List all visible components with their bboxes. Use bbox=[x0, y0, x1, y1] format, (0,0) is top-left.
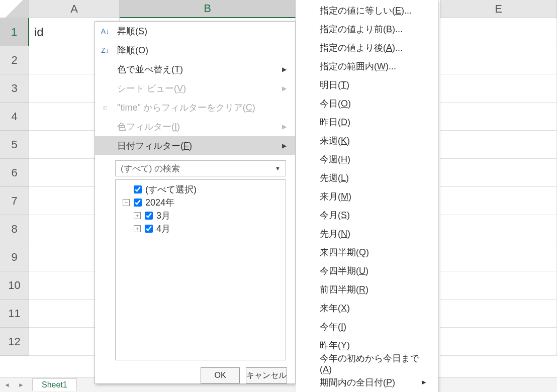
submenu-item-label: 来週(K) bbox=[320, 135, 350, 147]
submenu-item-label: 今週(H) bbox=[320, 153, 350, 165]
date-filter-submenu: 指定の値に等しい(E)...指定の値より前(B)...指定の値より後(A)...… bbox=[296, 0, 438, 392]
filter-tree[interactable]: (すべて選択) − 2024年 + 3月 + 4月 bbox=[115, 179, 286, 360]
submenu-item-label: 来年(X) bbox=[320, 302, 350, 314]
row-header-12[interactable]: 12 bbox=[0, 328, 29, 356]
date-submenu-item[interactable]: 来四半期(Q) bbox=[296, 243, 438, 261]
tree-select-all[interactable]: (すべて選択) bbox=[120, 183, 282, 196]
date-submenu-item[interactable]: 指定の値より後(A)... bbox=[296, 38, 438, 57]
sort-descending[interactable]: Z↓ 降順(O) bbox=[95, 41, 295, 60]
submenu-arrow-icon: ▶ bbox=[282, 66, 287, 73]
row-header-7[interactable]: 7 bbox=[0, 187, 29, 215]
cell-E8[interactable] bbox=[440, 215, 557, 243]
select-all-checkbox[interactable] bbox=[134, 185, 142, 193]
filter-search-input[interactable]: (すべて) の検索 ▼ bbox=[115, 160, 286, 176]
submenu-item-label: 来月(M) bbox=[320, 190, 351, 203]
cell-E6[interactable] bbox=[440, 159, 557, 187]
tree-month-4[interactable]: + 4月 bbox=[120, 222, 282, 235]
date-submenu-item[interactable]: 先週(L) bbox=[296, 168, 438, 187]
date-filter[interactable]: 日付フィルター(F) ▶ bbox=[95, 136, 295, 155]
tab-nav-next-icon[interactable]: ► bbox=[15, 379, 27, 391]
expand-icon[interactable]: + bbox=[134, 225, 141, 232]
ok-button[interactable]: OK bbox=[201, 367, 240, 383]
dropdown-icon[interactable]: ▼ bbox=[275, 165, 281, 171]
cell-E10[interactable] bbox=[440, 271, 557, 300]
submenu-arrow-icon: ▶ bbox=[422, 379, 426, 385]
submenu-item-label: 前四半期(R) bbox=[320, 283, 368, 296]
sort-by-color[interactable]: 色で並べ替え(T) ▶ bbox=[95, 60, 295, 79]
cell-E1[interactable] bbox=[440, 18, 557, 46]
expand-icon[interactable]: + bbox=[134, 212, 141, 219]
sort-asc-icon: A↓ bbox=[100, 27, 110, 35]
row-header-6[interactable]: 6 bbox=[0, 159, 29, 187]
submenu-item-label: 指定の値より前(B)... bbox=[320, 23, 403, 35]
cell-E11[interactable] bbox=[440, 300, 557, 328]
cell-E3[interactable] bbox=[440, 74, 557, 103]
date-submenu-item[interactable]: 来週(K) bbox=[296, 131, 438, 150]
submenu-arrow-icon: ▶ bbox=[282, 142, 287, 149]
row-header-10[interactable]: 10 bbox=[0, 271, 29, 300]
date-submenu-item[interactable]: 指定の範囲内(W)... bbox=[296, 57, 438, 75]
row-header-1[interactable]: 1 bbox=[0, 18, 29, 46]
date-submenu-item[interactable]: 先月(N) bbox=[296, 224, 438, 243]
row-header-9[interactable]: 9 bbox=[0, 243, 29, 271]
date-submenu-item[interactable]: 明日(T) bbox=[296, 75, 438, 94]
month-checkbox[interactable] bbox=[145, 225, 153, 233]
cell-E2[interactable] bbox=[440, 46, 557, 74]
sort-ascending[interactable]: A↓ 昇順(S) bbox=[95, 22, 295, 41]
date-submenu-item[interactable]: 今週(H) bbox=[296, 150, 438, 168]
clear-filter: ⎌ "time" からフィルターをクリア(C) bbox=[95, 98, 295, 117]
date-submenu-item[interactable]: 今年(I) bbox=[296, 317, 438, 336]
date-submenu-item[interactable]: 来月(M) bbox=[296, 187, 438, 206]
submenu-item-label: 来四半期(Q) bbox=[320, 246, 369, 258]
select-all-corner[interactable] bbox=[0, 0, 29, 18]
submenu-arrow-icon: ▶ bbox=[282, 123, 287, 130]
cell-E4[interactable] bbox=[440, 103, 557, 131]
row-header-5[interactable]: 5 bbox=[0, 131, 29, 159]
date-submenu-item[interactable]: 昨日(D) bbox=[296, 113, 438, 131]
date-submenu-item[interactable]: 昨年(Y) bbox=[296, 336, 438, 354]
row-header-2[interactable]: 2 bbox=[0, 46, 29, 74]
submenu-item-label: 指定の範囲内(W)... bbox=[320, 60, 396, 72]
col-header-A[interactable]: A bbox=[29, 0, 120, 18]
cell-E5[interactable] bbox=[440, 131, 557, 159]
date-filter-label: 日付フィルター(F) bbox=[117, 140, 275, 152]
submenu-item-label: 今年(I) bbox=[320, 321, 346, 333]
row-header-3[interactable]: 3 bbox=[0, 74, 29, 103]
sheet-tab[interactable]: Sheet1 bbox=[32, 378, 77, 391]
cell-E9[interactable] bbox=[440, 243, 557, 271]
date-submenu-item[interactable]: 今日(O) bbox=[296, 94, 438, 113]
cell-E12[interactable] bbox=[440, 328, 557, 356]
date-submenu-item[interactable]: 期間内の全日付(P)▶ bbox=[296, 373, 438, 391]
date-submenu-item[interactable]: 指定の値に等しい(E)... bbox=[296, 1, 438, 20]
month-label: 4月 bbox=[156, 223, 170, 235]
cancel-button[interactable]: キャンセル bbox=[246, 367, 287, 383]
date-submenu-item[interactable]: 指定の値より前(B)... bbox=[296, 20, 438, 38]
sort-desc-label: 降順(O) bbox=[117, 44, 287, 56]
date-submenu-item[interactable]: 今月(S) bbox=[296, 206, 438, 224]
date-submenu-item[interactable]: 今年の初めから今日まで(A) bbox=[296, 354, 438, 373]
collapse-icon[interactable]: − bbox=[123, 199, 130, 206]
clear-filter-icon: ⎌ bbox=[100, 104, 110, 112]
color-filter: 色フィルター(I) ▶ bbox=[95, 117, 295, 136]
submenu-item-label: 先週(L) bbox=[320, 172, 349, 184]
date-submenu-item[interactable]: 来年(X) bbox=[296, 299, 438, 317]
tree-year[interactable]: − 2024年 bbox=[120, 196, 282, 209]
date-submenu-item[interactable]: 前四半期(R) bbox=[296, 280, 438, 299]
column-headers: A B E bbox=[0, 0, 557, 18]
submenu-item-label: 指定の値に等しい(E)... bbox=[320, 5, 412, 17]
row-header-8[interactable]: 8 bbox=[0, 215, 29, 243]
submenu-item-label: 先月(N) bbox=[320, 228, 350, 240]
month-checkbox[interactable] bbox=[145, 212, 153, 220]
filter-search-placeholder: (すべて) の検索 bbox=[121, 163, 180, 174]
submenu-item-label: 今年の初めから今日まで(A) bbox=[320, 352, 426, 375]
row-header-11[interactable]: 11 bbox=[0, 300, 29, 328]
filter-button-row: OK キャンセル bbox=[95, 363, 295, 383]
row-header-4[interactable]: 4 bbox=[0, 103, 29, 131]
col-header-E[interactable]: E bbox=[440, 0, 557, 18]
date-submenu-item[interactable]: 今四半期(U) bbox=[296, 261, 438, 280]
cell-E7[interactable] bbox=[440, 187, 557, 215]
tab-nav-prev-icon[interactable]: ◄ bbox=[1, 379, 13, 391]
tree-month-3[interactable]: + 3月 bbox=[120, 209, 282, 222]
year-checkbox[interactable] bbox=[134, 199, 142, 207]
col-header-B[interactable]: B bbox=[120, 0, 296, 18]
